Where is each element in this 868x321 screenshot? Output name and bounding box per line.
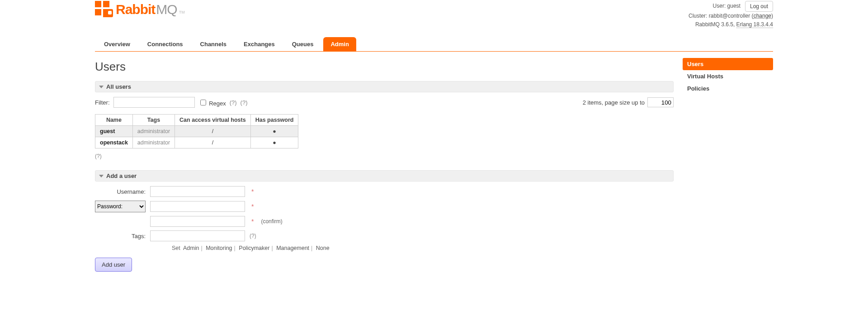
section-header-all-users[interactable]: All users <box>95 81 674 92</box>
add-user-form: Username: * Password: * * (confirm) <box>95 186 674 272</box>
filter-input[interactable] <box>113 97 195 108</box>
section-title-all-users: All users <box>106 83 131 90</box>
set-prefix: Set <box>172 245 180 251</box>
main-tabs: Overview Connections Channels Exchanges … <box>95 37 773 52</box>
tab-exchanges[interactable]: Exchanges <box>236 37 282 51</box>
table-row[interactable]: guest administrator / ● <box>95 126 298 137</box>
sidebar-item-policies[interactable]: Policies <box>683 82 773 95</box>
username-input[interactable] <box>150 186 245 197</box>
pager-text: 2 items, page size up to <box>583 99 645 106</box>
col-tags[interactable]: Tags <box>132 115 175 126</box>
filter-help-2[interactable]: (?) <box>241 99 248 106</box>
admin-sidebar: Users Virtual Hosts Policies <box>683 58 773 272</box>
tab-queues[interactable]: Queues <box>285 37 321 51</box>
cluster-change-link[interactable]: change <box>754 13 771 19</box>
page-title: Users <box>95 60 674 74</box>
user-value: guest <box>727 3 741 9</box>
sidebar-item-virtualhosts[interactable]: Virtual Hosts <box>683 70 773 82</box>
username-label: Username: <box>95 188 146 195</box>
filter-regex-checkbox[interactable] <box>200 100 206 105</box>
set-none[interactable]: None <box>316 245 330 251</box>
set-policymaker[interactable]: Policymaker <box>239 245 269 251</box>
tags-input[interactable] <box>150 230 245 241</box>
tab-connections[interactable]: Connections <box>140 37 190 51</box>
tab-admin[interactable]: Admin <box>323 37 356 51</box>
logout-button[interactable]: Log out <box>745 1 773 12</box>
cell-vhosts: / <box>175 137 251 149</box>
set-admin[interactable]: Admin <box>183 245 199 251</box>
user-label: User: <box>713 3 726 9</box>
cell-tags: administrator <box>132 126 175 137</box>
tag-set-row: Set Admin| Monitoring| Policymaker| Mana… <box>172 245 674 251</box>
filter-label: Filter: <box>95 99 110 106</box>
filter-help-1[interactable]: (?) <box>230 99 237 106</box>
chevron-down-icon <box>99 175 104 177</box>
tags-help[interactable]: (?) <box>250 233 256 239</box>
col-name[interactable]: Name <box>95 115 133 126</box>
password-mode-select[interactable]: Password: <box>95 201 146 212</box>
tab-overview[interactable]: Overview <box>97 37 137 51</box>
password-input[interactable] <box>150 201 245 212</box>
section-header-add-user[interactable]: Add a user <box>95 170 674 182</box>
cluster-label: Cluster: <box>689 13 707 19</box>
cell-name[interactable]: guest <box>95 126 133 137</box>
required-mark: * <box>250 203 254 210</box>
erlang-version: Erlang 18.3.4.4 <box>736 21 773 28</box>
table-row[interactable]: openstack administrator / ● <box>95 137 298 149</box>
page-size-input[interactable] <box>647 97 674 107</box>
set-monitoring[interactable]: Monitoring <box>206 245 232 251</box>
help-below-table[interactable]: (?) <box>95 153 674 159</box>
rabbitmq-version: RabbitMQ 3.6.5, <box>695 21 735 28</box>
top-right-info: User: guest Log out Cluster: rabbit@cont… <box>689 1 773 29</box>
col-vhost[interactable]: Can access virtual hosts <box>175 115 251 126</box>
sidebar-item-users[interactable]: Users <box>683 58 773 70</box>
rabbitmq-logo-icon <box>95 1 113 17</box>
chevron-down-icon <box>99 86 104 88</box>
password-confirm-input[interactable] <box>150 216 245 227</box>
tab-channels[interactable]: Channels <box>193 37 234 51</box>
col-pwd[interactable]: Has password <box>250 115 298 126</box>
filter-regex-label[interactable]: Regex <box>198 98 226 107</box>
set-management[interactable]: Management <box>276 245 309 251</box>
logo-tm: TM <box>178 10 185 17</box>
rabbitmq-logo: Rabbit MQ TM <box>95 1 185 17</box>
cell-name[interactable]: openstack <box>95 137 133 149</box>
tags-label: Tags: <box>95 233 146 240</box>
confirm-note: (confirm) <box>258 218 282 225</box>
add-user-button[interactable]: Add user <box>95 258 132 272</box>
cell-haspwd: ● <box>250 137 298 149</box>
section-title-add-user: Add a user <box>106 172 137 179</box>
cell-haspwd: ● <box>250 126 298 137</box>
logo-text-a: Rabbit <box>116 2 155 17</box>
cluster-value: rabbit@controller <box>709 13 750 19</box>
users-table: Name Tags Can access virtual hosts Has p… <box>95 114 298 149</box>
cell-tags: administrator <box>132 137 175 149</box>
cell-vhosts: / <box>175 126 251 137</box>
required-mark: * <box>250 218 254 225</box>
logo-text-b: MQ <box>156 2 177 17</box>
required-mark: * <box>250 188 254 195</box>
